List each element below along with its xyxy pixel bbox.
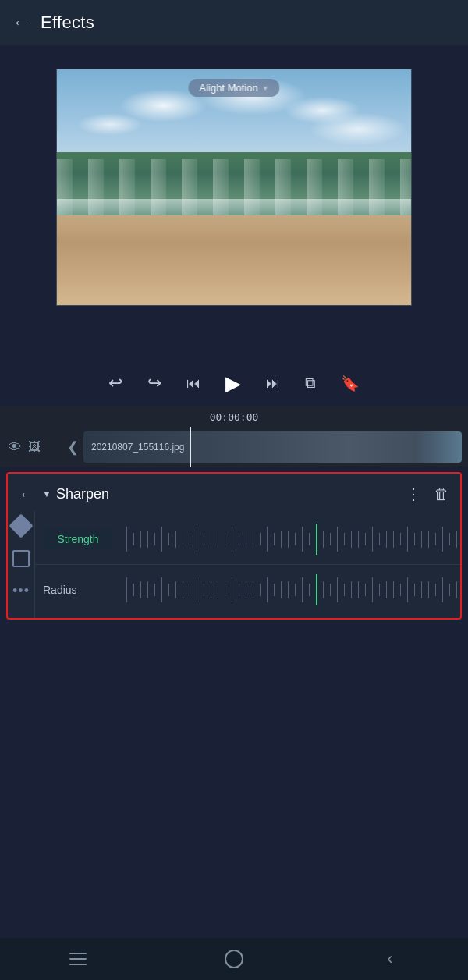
params-area: Strength 0.19 Radius 1.0 [35, 511, 462, 618]
param-row-radius: Radius 1.0 [35, 564, 462, 615]
effect-name-row: ▼ Sharpen [42, 486, 398, 502]
effects-back-icon[interactable]: ← [19, 485, 34, 503]
preview-area: Alight Motion ▼ [0, 45, 468, 321]
effects-body: ••• Strength 0.19 Radius [8, 511, 460, 618]
keyframe-icon[interactable] [9, 513, 33, 538]
spacer-mid [0, 321, 468, 360]
timeline-back-arrow[interactable]: ❮ [62, 439, 83, 456]
nav-menu-button[interactable] [58, 939, 98, 978]
bookmark-icon[interactable]: 🔖 [341, 375, 360, 392]
nav-home-button[interactable] [214, 939, 254, 978]
radius-active-line [316, 574, 317, 605]
timeline-left-icons: 👁 🖼 [0, 439, 62, 456]
skip-end-icon[interactable]: ⏭ [266, 375, 280, 392]
strength-label-button[interactable]: Strength [43, 528, 113, 550]
menu-lines-icon [69, 953, 87, 965]
timeline-playhead [190, 427, 191, 467]
badge-dropdown-arrow: ▼ [262, 84, 269, 92]
bottom-nav: ‹ [0, 938, 468, 980]
redo-icon[interactable]: ↪ [147, 373, 161, 393]
beach-sand [57, 215, 411, 305]
alight-motion-badge[interactable]: Alight Motion ▼ [188, 79, 279, 97]
radius-slider[interactable] [121, 573, 462, 607]
page-title: Effects [41, 12, 94, 33]
undo-icon[interactable]: ↩ [108, 373, 122, 393]
nav-back-button[interactable]: ‹ [370, 939, 410, 978]
header: ← Effects [0, 0, 468, 45]
play-button[interactable]: ▶ [225, 371, 241, 396]
header-back-icon[interactable]: ← [12, 12, 30, 33]
back-chevron-icon: ‹ [387, 949, 392, 969]
menu-line-2 [69, 958, 87, 960]
crop-icon[interactable] [12, 550, 30, 567]
more-options-icon[interactable]: ⋮ [406, 485, 421, 503]
side-toolbar: ••• [8, 511, 35, 618]
home-circle-icon [225, 950, 243, 968]
timeline-clip[interactable]: 20210807_155116.jpg [83, 431, 462, 463]
radius-ticks [121, 573, 462, 607]
clip-thumbnail [415, 431, 462, 463]
clip-label: 20210807_155116.jpg [91, 442, 184, 453]
more-tools-icon[interactable]: ••• [12, 583, 30, 599]
skip-start-icon[interactable]: ⏮ [186, 375, 200, 392]
badge-label: Alight Motion [199, 82, 257, 94]
strength-ticks [121, 522, 462, 556]
delete-effect-icon[interactable]: 🗑 [434, 485, 449, 503]
menu-line-1 [69, 953, 87, 954]
copy-frame-icon[interactable]: ⧉ [305, 375, 316, 392]
effects-panel: ← ▼ Sharpen ⋮ 🗑 ••• Strength [6, 472, 462, 620]
strength-active-line [316, 524, 317, 555]
effects-panel-header: ← ▼ Sharpen ⋮ 🗑 [8, 474, 460, 511]
layer-thumbnail-icon[interactable]: 🖼 [28, 440, 41, 454]
video-frame: Alight Motion ▼ [56, 69, 412, 306]
timeline-section: 00:00:00 👁 🖼 ❮ 20210807_155116.jpg [0, 406, 468, 467]
param-row-strength: Strength 0.19 [35, 514, 462, 564]
radius-label: Radius [43, 584, 113, 596]
strength-slider[interactable] [121, 522, 462, 556]
effects-panel-actions: ⋮ 🗑 [406, 485, 449, 503]
transport-bar: ↩ ↪ ⏮ ▶ ⏭ ⧉ 🔖 [0, 360, 468, 406]
visibility-icon[interactable]: 👁 [8, 439, 22, 456]
menu-line-3 [69, 964, 87, 965]
timecode-display: 00:00:00 [0, 409, 468, 427]
effect-name-label: Sharpen [56, 486, 109, 502]
timeline-track-row: 👁 🖼 ❮ 20210807_155116.jpg [0, 427, 468, 467]
effect-collapse-chevron[interactable]: ▼ [42, 488, 51, 499]
